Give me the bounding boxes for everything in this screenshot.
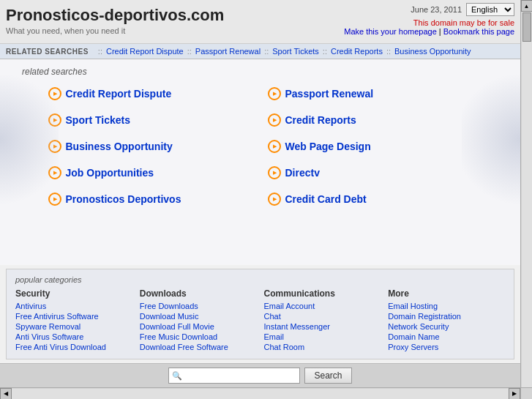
category-heading-more: More — [388, 288, 505, 299]
search-item-credit-reports: Credit Reports — [268, 111, 473, 130]
cat-link-proxy[interactable]: Proxy Servers — [388, 343, 505, 351]
category-communications: Communications Email Account Chat Instan… — [264, 288, 381, 353]
cat-link-free-antivirus[interactable]: Free Antivirus Software — [15, 312, 132, 321]
search-link-business[interactable]: Business Opportunity — [66, 141, 173, 152]
arrow-icon — [268, 193, 281, 206]
cat-link-free-antivirus-dl[interactable]: Free Anti Virus Download — [15, 343, 132, 351]
page-wrapper: Pronosticos-deportivos.com What you need… — [0, 0, 532, 399]
cat-link-antivirus-soft[interactable]: Anti Virus Software — [15, 332, 132, 341]
arrow-icon — [48, 166, 61, 179]
cat-link-network-security[interactable]: Network Security — [388, 322, 505, 331]
cat-link-chat[interactable]: Chat — [264, 312, 381, 321]
cat-link-chat-room[interactable]: Chat Room — [264, 343, 381, 351]
hscroll-track[interactable] — [12, 389, 509, 399]
nav-item-credit-reports[interactable]: Credit Reports — [331, 47, 383, 56]
search-link-directv[interactable]: Directv — [285, 167, 320, 179]
cat-link-spyware[interactable]: Spyware Removal — [15, 322, 132, 331]
search-link-creditcard[interactable]: Credit Card Debt — [285, 193, 367, 205]
vertical-scrollbar[interactable]: ▲ ▼ — [520, 0, 532, 399]
scrollbar-corner — [520, 387, 532, 399]
cat-link-email-hosting[interactable]: Email Hosting — [388, 302, 505, 310]
horizontal-scrollbar[interactable]: ◀ ▶ — [0, 387, 520, 399]
related-label: related searches — [22, 67, 498, 77]
nav-item-business[interactable]: Business Opportunity — [394, 47, 471, 56]
domain-sale-text: This domain may be for sale — [344, 18, 514, 27]
search-input-wrap: 🔍 — [168, 368, 300, 384]
main-content: related searches Credit Report Dispute P… — [0, 59, 520, 387]
scroll-left-button[interactable]: ◀ — [0, 388, 12, 400]
cat-link-domain-reg[interactable]: Domain Registration — [388, 312, 505, 321]
search-link-passport[interactable]: Passport Renewal — [285, 88, 374, 100]
search-item-directv: Directv — [268, 163, 473, 182]
search-icon: 🔍 — [172, 371, 182, 381]
scroll-track[interactable] — [522, 12, 532, 387]
category-more: More Email Hosting Domain Registration N… — [388, 288, 505, 353]
bottom-bar: 🔍 Search — [0, 363, 520, 387]
category-heading-downloads: Downloads — [140, 288, 257, 299]
language-select[interactable]: English Spanish French German — [466, 3, 514, 16]
category-downloads: Downloads Free Downloads Download Music … — [140, 288, 257, 353]
bookmark-link[interactable]: Bookmark this page — [443, 27, 514, 36]
search-item-passport: Passport Renewal — [268, 84, 473, 103]
popular-label: popular categories — [15, 275, 505, 284]
cat-link-download-movie[interactable]: Download Full Movie — [140, 322, 257, 331]
search-item-business: Business Opportunity — [48, 137, 253, 156]
search-item-job: Job Opportunities — [48, 163, 253, 182]
category-heading-security: Security — [15, 288, 132, 299]
search-item-creditcard: Credit Card Debt — [268, 190, 473, 209]
category-security: Security Antivirus Free Antivirus Softwa… — [15, 288, 132, 353]
arrow-icon — [48, 87, 61, 100]
site-tagline: What you need, when you need it — [6, 26, 224, 35]
search-grid: Credit Report Dispute Passport Renewal S… — [48, 84, 473, 209]
arrow-icon — [48, 113, 61, 127]
cat-link-instant-messenger[interactable]: Instant Messenger — [264, 322, 381, 331]
arrow-icon — [268, 140, 281, 153]
arrow-icon — [48, 140, 61, 153]
arrow-icon — [268, 166, 281, 179]
popular-section: popular categories Security Antivirus Fr… — [6, 269, 514, 359]
search-link-credit-reports[interactable]: Credit Reports — [285, 114, 356, 126]
scroll-up-button[interactable]: ▲ — [521, 0, 533, 12]
search-item-webpage: Web Page Design — [268, 137, 473, 156]
scroll-right-button[interactable]: ▶ — [509, 388, 520, 400]
search-item-pronosticos: Pronosticos Deportivos — [48, 190, 253, 209]
cat-link-download-music[interactable]: Download Music — [140, 312, 257, 321]
cat-link-download-software[interactable]: Download Free Software — [140, 343, 257, 351]
top-right: June 23, 2011 English Spanish French Ger… — [344, 3, 514, 36]
date-lang: June 23, 2011 English Spanish French Ger… — [344, 3, 514, 16]
search-item-credit-report: Credit Report Dispute — [48, 84, 253, 103]
search-button[interactable]: Search — [304, 368, 351, 384]
search-link-credit-report[interactable]: Credit Report Dispute — [66, 88, 172, 100]
categories-grid: Security Antivirus Free Antivirus Softwa… — [15, 288, 505, 353]
cat-link-free-downloads[interactable]: Free Downloads — [140, 302, 257, 310]
top-bar: Pronosticos-deportivos.com What you need… — [0, 0, 520, 44]
scroll-thumb[interactable] — [522, 12, 531, 42]
top-links: Make this your homepage | Bookmark this … — [344, 27, 514, 36]
date-text: June 23, 2011 — [411, 5, 462, 14]
nav-item-passport[interactable]: Passport Renewal — [195, 47, 261, 56]
cat-link-email-account[interactable]: Email Account — [264, 302, 381, 310]
nav-sep: :: — [98, 47, 102, 56]
site-info: Pronosticos-deportivos.com What you need… — [6, 3, 224, 35]
nav-label: RELATED SEARCHES — [6, 48, 89, 56]
nav-item-credit-report[interactable]: Credit Report Dispute — [106, 47, 184, 56]
arrow-icon — [268, 113, 281, 127]
nav-bar: RELATED SEARCHES :: Credit Report Disput… — [0, 44, 520, 59]
cat-link-antivirus[interactable]: Antivirus — [15, 302, 132, 310]
search-section: related searches Credit Report Dispute P… — [0, 59, 520, 265]
cat-link-domain-name[interactable]: Domain Name — [388, 332, 505, 341]
search-link-pronosticos[interactable]: Pronosticos Deportivos — [66, 193, 181, 205]
search-input[interactable] — [168, 368, 300, 384]
search-item-sport: Sport Tickets — [48, 111, 253, 130]
arrow-icon — [48, 193, 61, 206]
search-link-job[interactable]: Job Opportunities — [66, 167, 154, 179]
category-heading-communications: Communications — [264, 288, 381, 299]
site-title: Pronosticos-deportivos.com — [6, 6, 224, 25]
homepage-link[interactable]: Make this your homepage — [344, 27, 437, 36]
nav-item-sport[interactable]: Sport Tickets — [272, 47, 319, 56]
arrow-icon — [268, 87, 281, 100]
search-link-sport[interactable]: Sport Tickets — [66, 114, 130, 126]
search-link-webpage[interactable]: Web Page Design — [285, 141, 371, 152]
cat-link-free-music[interactable]: Free Music Download — [140, 332, 257, 341]
cat-link-email[interactable]: Email — [264, 332, 381, 341]
